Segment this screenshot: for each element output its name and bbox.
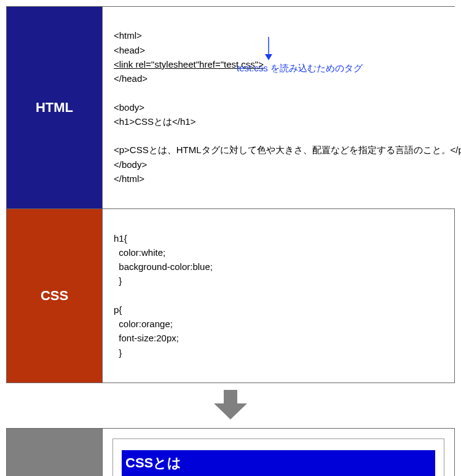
code-line: <html> <box>114 30 142 41</box>
code-line: h1{ <box>114 233 127 244</box>
big-arrow-down-icon <box>214 390 247 419</box>
panel-css: CSS h1{ color:white; background-color:bl… <box>6 208 455 383</box>
label-text: HTML <box>36 100 73 116</box>
panel-html: HTML <html> <head> <link rel="stylesheet… <box>6 6 455 209</box>
panel-css-label: CSS <box>7 209 102 383</box>
code-line: <p>CSSとは、HTMLタグに対して色や大きさ、配置などを指定する言語のこと。… <box>114 145 461 155</box>
html-code-block: <html> <head> <link rel="stylesheet"href… <box>114 14 461 200</box>
rendered-heading: CSSとは <box>122 450 435 476</box>
panel-browser-label: ブラウザ上の表示 <box>7 429 102 476</box>
code-line: p{ <box>114 304 122 315</box>
browser-viewport: CSSとは CSSとは、HTMLタグに対して色や大きさ、配置などを指定する言語の… <box>112 438 444 476</box>
code-line: <h1>CSSとは</h1> <box>114 116 195 127</box>
code-line: color:orange; <box>114 319 173 329</box>
svg-marker-1 <box>265 54 272 60</box>
code-line: <head> <box>114 45 145 55</box>
code-line: font-size:20px; <box>114 333 179 343</box>
panel-html-label: HTML <box>7 7 102 208</box>
code-line: <body> <box>114 102 144 113</box>
code-line: </html> <box>114 173 144 184</box>
label-text: CSS <box>41 288 68 304</box>
code-line: background-color:blue; <box>114 261 213 272</box>
result-arrow <box>6 383 455 428</box>
panel-browser-content: CSSとは CSSとは、HTMLタグに対して色や大きさ、配置などを指定する言語の… <box>102 429 454 476</box>
code-line: } <box>114 276 122 286</box>
annotation-text: test.css を読み込むためのタグ <box>237 61 363 75</box>
code-line: color:white; <box>114 247 165 258</box>
css-code-block: h1{ color:white; background-color:blue; … <box>114 216 443 374</box>
arrow-down-icon <box>262 37 275 61</box>
panel-css-content: h1{ color:white; background-color:blue; … <box>102 209 454 383</box>
code-line: } <box>114 347 122 358</box>
panel-browser: ブラウザ上の表示 CSSとは CSSとは、HTMLタグに対して色や大きさ、配置な… <box>6 428 455 476</box>
code-line: </head> <box>114 73 148 84</box>
svg-marker-3 <box>214 403 247 419</box>
code-line: </body> <box>114 159 147 170</box>
panel-html-content: <html> <head> <link rel="stylesheet"href… <box>102 7 461 208</box>
svg-rect-2 <box>224 390 237 403</box>
